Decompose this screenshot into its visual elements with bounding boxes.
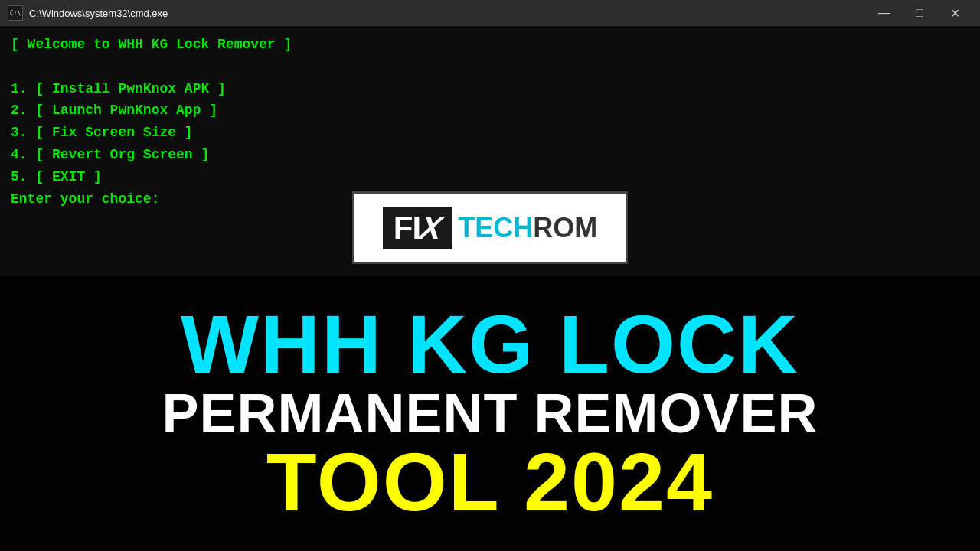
title-bar-text: C:\Windows\system32\cmd.exe [29, 8, 867, 19]
headline-line3: TOOL 2024 [266, 441, 714, 523]
headline-line1: WHH KG LOCK [181, 303, 799, 386]
logo-x: X [417, 210, 444, 246]
headline-line2: PERMANENT REMOVER [162, 386, 818, 441]
logo-techrom-text: TECHROM [452, 212, 597, 244]
maximize-button[interactable]: □ [902, 0, 937, 26]
logo-fix-box: FIX [383, 207, 452, 249]
logo-rom-part: ROM [533, 212, 597, 243]
cmd-line-3: 1. [ Install PwnKnox APK ] [11, 78, 969, 100]
cmd-icon: C:\ [8, 5, 23, 21]
logo-fix-text: FI [394, 210, 420, 246]
cmd-line-6: 4. [ Revert Org Screen ] [11, 144, 969, 166]
cmd-line-7: 5. [ EXIT ] [11, 166, 969, 188]
logo-tech-part: TECH [458, 212, 533, 243]
close-button[interactable]: ✕ [937, 0, 972, 26]
cmd-line-4: 2. [ Launch PwnKnox App ] [11, 99, 969, 122]
cmd-line-5: 3. [ Fix Screen Size ] [11, 122, 969, 144]
bottom-section: WHH KG LOCK PERMANENT REMOVER TOOL 2024 [0, 276, 980, 551]
cmd-line-1: [ Welcome to WHH KG Lock Remover ] [11, 34, 969, 56]
minimize-button[interactable]: — [867, 0, 902, 26]
logo-inner: FIX TECHROM [383, 207, 597, 249]
window-controls: — □ ✕ [867, 0, 972, 26]
logo-overlay: FIX TECHROM [352, 191, 628, 264]
title-bar: C:\ C:\Windows\system32\cmd.exe — □ ✕ [0, 0, 980, 26]
cmd-line-empty [11, 56, 969, 78]
